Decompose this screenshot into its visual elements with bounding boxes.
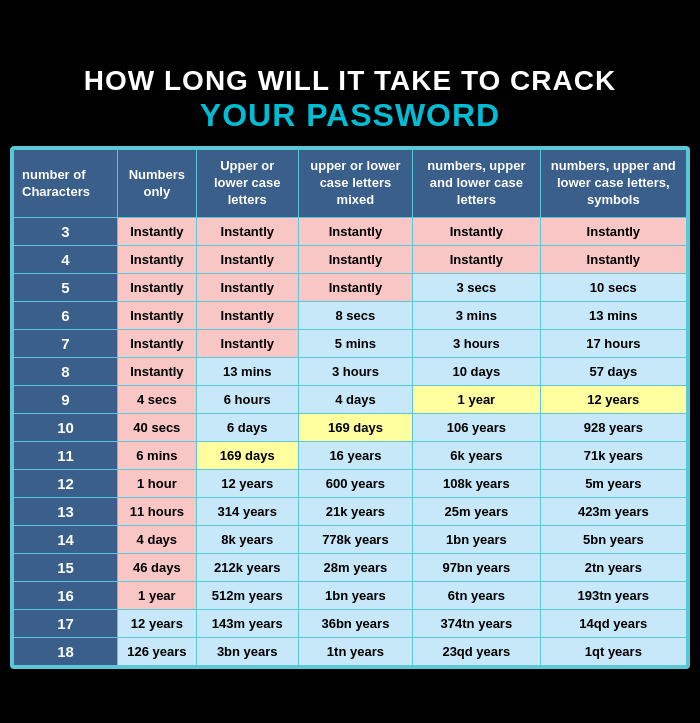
cell-upper: 314 years — [196, 498, 298, 526]
cell-num: Instantly — [117, 218, 196, 246]
cell-all: 5bn years — [540, 526, 686, 554]
cell-all: 10 secs — [540, 274, 686, 302]
table-row: 3InstantlyInstantlyInstantlyInstantlyIns… — [14, 218, 687, 246]
cell-chars: 18 — [14, 638, 118, 666]
cell-mixed: Instantly — [298, 218, 412, 246]
table-row: 18126 years3bn years1tn years23qd years1… — [14, 638, 687, 666]
cell-upper: Instantly — [196, 218, 298, 246]
cell-chars: 14 — [14, 526, 118, 554]
cell-chars: 3 — [14, 218, 118, 246]
cell-mixed: 28m years — [298, 554, 412, 582]
cell-chars: 5 — [14, 274, 118, 302]
cell-num: 4 secs — [117, 386, 196, 414]
password-table: number of Characters Numbers only Upper … — [13, 149, 687, 666]
cell-numul: 3 mins — [413, 302, 541, 330]
cell-chars: 16 — [14, 582, 118, 610]
cell-all: Instantly — [540, 246, 686, 274]
cell-numul: 97bn years — [413, 554, 541, 582]
cell-upper: Instantly — [196, 302, 298, 330]
cell-chars: 8 — [14, 358, 118, 386]
cell-chars: 6 — [14, 302, 118, 330]
table-wrapper: number of Characters Numbers only Upper … — [10, 146, 690, 669]
cell-mixed: 5 mins — [298, 330, 412, 358]
cell-chars: 13 — [14, 498, 118, 526]
cell-numul: 374tn years — [413, 610, 541, 638]
table-row: 1546 days212k years28m years97bn years2t… — [14, 554, 687, 582]
cell-chars: 10 — [14, 414, 118, 442]
cell-num: 46 days — [117, 554, 196, 582]
cell-chars: 4 — [14, 246, 118, 274]
cell-mixed: Instantly — [298, 246, 412, 274]
cell-mixed: 778k years — [298, 526, 412, 554]
cell-upper: Instantly — [196, 274, 298, 302]
table-body: 3InstantlyInstantlyInstantlyInstantlyIns… — [14, 218, 687, 666]
cell-upper: 12 years — [196, 470, 298, 498]
cell-all: 193tn years — [540, 582, 686, 610]
cell-upper: Instantly — [196, 330, 298, 358]
cell-mixed: 3 hours — [298, 358, 412, 386]
cell-num: 1 hour — [117, 470, 196, 498]
table-row: 6InstantlyInstantly8 secs3 mins13 mins — [14, 302, 687, 330]
cell-chars: 7 — [14, 330, 118, 358]
table-header-row: number of Characters Numbers only Upper … — [14, 150, 687, 218]
cell-chars: 15 — [14, 554, 118, 582]
cell-chars: 11 — [14, 442, 118, 470]
cell-num: 12 years — [117, 610, 196, 638]
cell-chars: 17 — [14, 610, 118, 638]
cell-num: Instantly — [117, 358, 196, 386]
cell-num: 126 years — [117, 638, 196, 666]
cell-numul: 10 days — [413, 358, 541, 386]
cell-num: 11 hours — [117, 498, 196, 526]
cell-mixed: 36bn years — [298, 610, 412, 638]
cell-num: 40 secs — [117, 414, 196, 442]
cell-num: 1 year — [117, 582, 196, 610]
title-section: HOW LONG WILL IT TAKE TO CRACK YOUR PASS… — [10, 49, 690, 147]
cell-upper: 512m years — [196, 582, 298, 610]
table-row: 4InstantlyInstantlyInstantlyInstantlyIns… — [14, 246, 687, 274]
cell-upper: 169 days — [196, 442, 298, 470]
cell-num: 6 mins — [117, 442, 196, 470]
cell-all: 423m years — [540, 498, 686, 526]
header-upper: Upper or lower case letters — [196, 150, 298, 218]
cell-num: 4 days — [117, 526, 196, 554]
table-row: 1311 hours314 years21k years25m years423… — [14, 498, 687, 526]
cell-num: Instantly — [117, 274, 196, 302]
cell-upper: Instantly — [196, 246, 298, 274]
cell-numul: 25m years — [413, 498, 541, 526]
cell-all: 14qd years — [540, 610, 686, 638]
cell-mixed: 1tn years — [298, 638, 412, 666]
table-row: 121 hour12 years600 years108k years5m ye… — [14, 470, 687, 498]
cell-all: 13 mins — [540, 302, 686, 330]
cell-mixed: 16 years — [298, 442, 412, 470]
cell-upper: 8k years — [196, 526, 298, 554]
cell-mixed: 1bn years — [298, 582, 412, 610]
cell-mixed: 169 days — [298, 414, 412, 442]
table-row: 161 year512m years1bn years6tn years193t… — [14, 582, 687, 610]
cell-all: 5m years — [540, 470, 686, 498]
cell-all: 1qt years — [540, 638, 686, 666]
cell-numul: 106 years — [413, 414, 541, 442]
table-row: 1040 secs6 days169 days106 years928 year… — [14, 414, 687, 442]
title-line2: YOUR PASSWORD — [20, 97, 680, 134]
cell-num: Instantly — [117, 330, 196, 358]
cell-numul: 3 secs — [413, 274, 541, 302]
title-line1: HOW LONG WILL IT TAKE TO CRACK — [20, 64, 680, 98]
cell-upper: 3bn years — [196, 638, 298, 666]
cell-all: 2tn years — [540, 554, 686, 582]
header-all: numbers, upper and lower case letters, s… — [540, 150, 686, 218]
table-row: 8Instantly13 mins3 hours10 days57 days — [14, 358, 687, 386]
cell-chars: 9 — [14, 386, 118, 414]
table-row: 94 secs6 hours4 days1 year12 years — [14, 386, 687, 414]
main-container: HOW LONG WILL IT TAKE TO CRACK YOUR PASS… — [0, 39, 700, 684]
cell-upper: 212k years — [196, 554, 298, 582]
table-row: 7InstantlyInstantly5 mins3 hours17 hours — [14, 330, 687, 358]
cell-all: 57 days — [540, 358, 686, 386]
cell-mixed: Instantly — [298, 274, 412, 302]
header-mixed: upper or lower case letters mixed — [298, 150, 412, 218]
cell-numul: 108k years — [413, 470, 541, 498]
cell-all: 928 years — [540, 414, 686, 442]
table-row: 144 days8k years778k years1bn years5bn y… — [14, 526, 687, 554]
cell-num: Instantly — [117, 246, 196, 274]
cell-all: 71k years — [540, 442, 686, 470]
cell-upper: 6 days — [196, 414, 298, 442]
